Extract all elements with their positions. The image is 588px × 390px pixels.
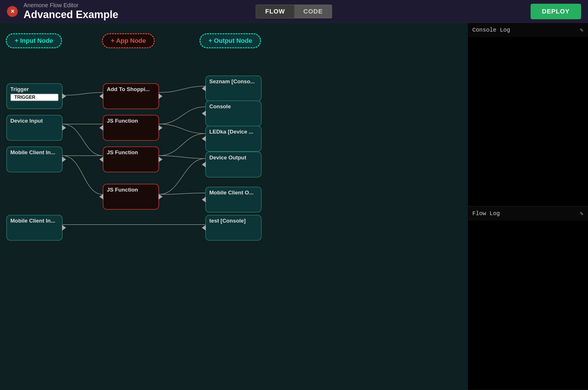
main-area: + Input Node + App Node + Output Node [0,23,588,390]
mobile-client-o-node[interactable]: Mobile Client O... [205,187,262,213]
right-panel: Console Log ✎ Flow Log ✎ [467,23,588,390]
js-function1-output-port[interactable] [158,125,163,131]
trigger-output-port[interactable] [62,93,66,99]
console-log-section: Console Log ✎ [468,23,588,206]
console-label: Console [209,103,258,110]
js-function2-label: JS Function [107,149,155,156]
js-function2-node[interactable]: JS Function [103,146,159,172]
add-input-node-button[interactable]: + Input Node [6,33,62,48]
mobile-client-o-input-port[interactable] [202,197,206,202]
ledka-device-input-port[interactable] [202,136,206,142]
device-input-output-port[interactable] [62,125,66,131]
device-output-node[interactable]: Device Output [205,152,262,177]
seznam-conso-node[interactable]: Seznam [Conso... [205,76,262,101]
flow-log-content [468,221,588,390]
console-log-title: Console Log [472,27,510,33]
js-function3-label: JS Function [107,187,155,193]
mobile-client-in2-output-port[interactable] [62,225,66,231]
test-console-input-port[interactable] [202,225,206,231]
js-function3-output-port[interactable] [158,194,163,200]
code-tab[interactable]: CODE [294,5,332,18]
flow-log-edit-icon[interactable]: ✎ [580,210,583,217]
add-to-shoppi-output-port[interactable] [158,93,163,99]
console-log-edit-icon[interactable]: ✎ [580,26,583,34]
console-node[interactable]: Console [205,101,262,126]
js-function3-node[interactable]: JS Function [103,184,159,210]
console-log-content [468,37,588,206]
test-console-label: test [Console] [209,218,258,224]
flow-tab[interactable]: FLOW [256,5,294,18]
mobile-client-in1-node[interactable]: Mobile Client In... [6,146,63,172]
flow-log-header: Flow Log ✎ [468,206,588,221]
mobile-client-o-label: Mobile Client O... [209,190,258,196]
test-console-node[interactable]: test [Console] [205,215,262,241]
close-button[interactable]: ✕ [7,6,18,17]
seznam-conso-input-port[interactable] [202,86,206,91]
header: ✕ Anemone Flow Editor Advanced Example F… [0,0,588,23]
device-output-label: Device Output [209,155,258,161]
js-function1-node[interactable]: JS Function [103,115,159,141]
mobile-client-in1-output-port[interactable] [62,157,66,162]
add-app-node-button[interactable]: + App Node [102,33,155,48]
add-to-shoppi-node[interactable]: Add To Shoppi... [103,83,159,109]
deploy-button[interactable]: DEPLOY [531,4,581,19]
ledka-device-label: LEDka [Device ... [209,129,258,135]
flow-log-title: Flow Log [472,210,500,217]
seznam-conso-label: Seznam [Conso... [209,78,258,85]
js-function1-input-port[interactable] [99,125,103,131]
device-input-label: Device Input [10,118,59,124]
app-subtitle: Anemone Flow Editor [24,2,118,9]
add-output-node-button[interactable]: + Output Node [200,33,261,48]
mobile-client-in2-node[interactable]: Mobile Client In... [6,215,63,241]
js-function2-output-port[interactable] [158,157,163,162]
js-function3-input-port[interactable] [99,194,103,200]
add-to-shoppi-input-port[interactable] [99,93,103,99]
trigger-node-label: Trigger [10,86,59,92]
mobile-client-in2-label: Mobile Client In... [10,218,59,224]
title-area: Anemone Flow Editor Advanced Example [24,2,118,21]
add-to-shoppi-label: Add To Shoppi... [107,86,155,92]
console-log-header: Console Log ✎ [468,23,588,37]
trigger-node[interactable]: Trigger TRIGGER [6,83,63,109]
trigger-badge: TRIGGER [10,94,59,101]
flow-code-toggle: FLOW CODE [256,5,332,18]
page-title: Advanced Example [24,9,118,21]
console-input-port[interactable] [202,111,206,116]
js-function1-label: JS Function [107,118,155,124]
flow-canvas[interactable]: + Input Node + App Node + Output Node [0,23,467,390]
flow-log-section: Flow Log ✎ [468,206,588,390]
device-input-node[interactable]: Device Input [6,115,63,141]
ledka-device-node[interactable]: LEDka [Device ... [205,126,262,152]
js-function2-input-port[interactable] [99,157,103,162]
mobile-client-in1-label: Mobile Client In... [10,149,59,156]
device-output-input-port[interactable] [202,162,206,167]
